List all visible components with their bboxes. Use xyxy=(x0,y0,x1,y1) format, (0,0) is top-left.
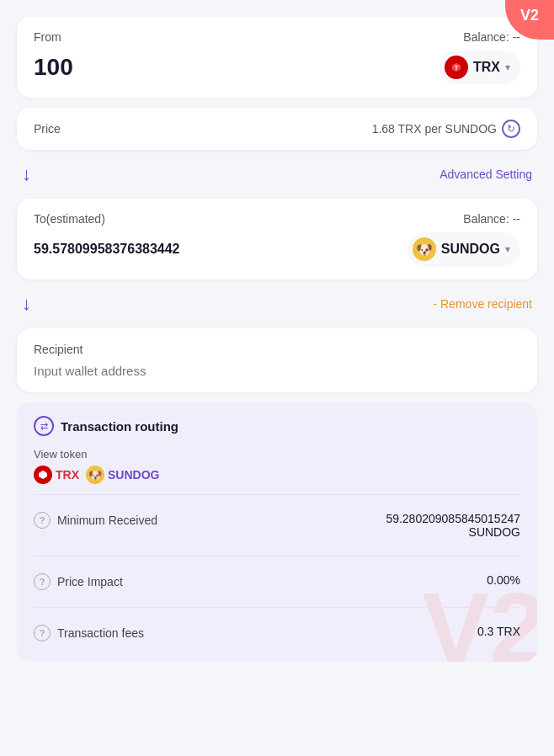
sundog-token-icon: 🐶 xyxy=(413,237,436,261)
to-amount: 59.57809958376383442 xyxy=(34,242,180,257)
trx-small-icon xyxy=(34,466,52,484)
down-arrow-2[interactable]: ↓ xyxy=(22,293,31,315)
trx-token-item[interactable]: TRX xyxy=(34,466,79,484)
sundog-token-name: SUNDOG xyxy=(441,242,500,257)
sundog-small-icon: 🐶 xyxy=(86,466,104,484)
view-token-label: View token xyxy=(34,448,520,461)
to-card: To(estimated) Balance: -- 59.57809958376… xyxy=(17,199,537,280)
min-received-row: ? Minimum Received 59.280209085845015247… xyxy=(34,505,520,546)
from-card: From Balance: -- 100 T TRX ▾ xyxy=(17,17,537,98)
token-list: TRX 🐶 SUNDOG xyxy=(34,466,520,484)
transaction-fees-help-icon[interactable]: ? xyxy=(34,625,51,642)
transaction-fees-value: 0.3 TRX xyxy=(477,625,520,638)
down-arrow-1[interactable]: ↓ xyxy=(22,163,31,185)
transaction-fees-label: Transaction fees xyxy=(57,626,144,640)
price-value: 1.68 TRX per SUNDOG xyxy=(372,122,497,136)
price-impact-row: ? Price Impact 0.00% xyxy=(34,567,520,597)
price-label: Price xyxy=(34,122,61,136)
from-label: From xyxy=(34,30,61,44)
price-impact-value: 0.00% xyxy=(487,573,520,587)
routing-title: Transaction routing xyxy=(61,419,178,434)
recipient-input[interactable] xyxy=(34,364,520,378)
min-received-value: 59.280209085845015247 SUNDOG xyxy=(386,512,520,539)
trx-chevron-icon: ▾ xyxy=(505,61,510,73)
divider-3 xyxy=(34,607,520,608)
v2-badge-label: V2 xyxy=(520,7,539,24)
sundog-token-label: SUNDOG xyxy=(108,468,159,482)
sundog-token-selector[interactable]: 🐶 SUNDOG ▾ xyxy=(408,232,520,266)
min-received-label: Minimum Received xyxy=(57,514,157,527)
divider-2 xyxy=(34,556,520,556)
trx-token-name: TRX xyxy=(473,60,500,75)
to-balance: Balance: -- xyxy=(463,212,520,226)
svg-marker-3 xyxy=(39,471,47,479)
min-received-token: SUNDOG xyxy=(386,525,520,539)
advanced-setting-link[interactable]: Advanced Setting xyxy=(439,168,532,181)
routing-section: V2 ⇄ Transaction routing View token TRX … xyxy=(17,402,537,662)
remove-recipient-link[interactable]: - Remove recipient xyxy=(434,297,533,311)
trx-token-icon: T xyxy=(445,56,468,79)
recipient-label: Recipient xyxy=(34,343,83,356)
recipient-card: Recipient xyxy=(17,328,537,392)
transaction-fees-row: ? Transaction fees 0.3 TRX xyxy=(34,618,520,648)
divider-1 xyxy=(34,494,520,495)
from-amount: 100 xyxy=(34,54,73,81)
min-received-help-icon[interactable]: ? xyxy=(34,512,51,529)
price-impact-help-icon[interactable]: ? xyxy=(34,573,51,590)
routing-icon: ⇄ xyxy=(34,416,54,436)
sundog-chevron-icon: ▾ xyxy=(505,243,510,255)
trx-token-selector[interactable]: T TRX ▾ xyxy=(439,51,520,84)
arrow-row-2: ↓ - Remove recipient xyxy=(17,290,537,318)
price-card: Price 1.68 TRX per SUNDOG ↻ xyxy=(17,108,537,150)
price-impact-label: Price Impact xyxy=(57,575,123,588)
arrow-row-1: ↓ Advanced Setting xyxy=(17,160,537,189)
routing-header: ⇄ Transaction routing xyxy=(34,416,520,436)
to-label: To(estimated) xyxy=(34,212,105,226)
min-received-amount: 59.280209085845015247 xyxy=(386,512,520,525)
sundog-token-item[interactable]: 🐶 SUNDOG xyxy=(86,466,159,484)
refresh-icon[interactable]: ↻ xyxy=(502,120,520,138)
from-balance: Balance: -- xyxy=(463,30,520,44)
trx-token-label: TRX xyxy=(56,468,79,482)
